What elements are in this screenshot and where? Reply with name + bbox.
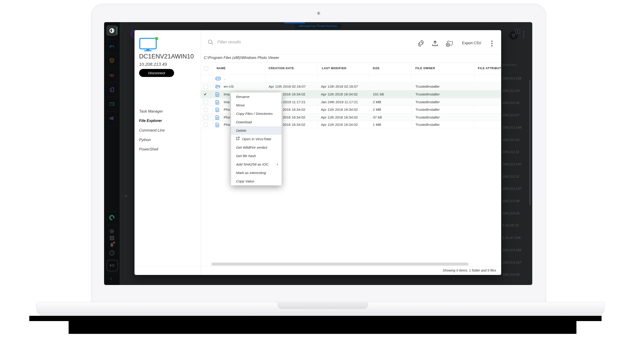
background-row-checkbox: [124, 167, 129, 171]
refresh-icon[interactable]: [417, 40, 424, 47]
sidebar-item-python[interactable]: Python: [139, 138, 151, 143]
row-checkbox[interactable]: [204, 85, 208, 89]
help-icon[interactable]: ?: [109, 250, 115, 256]
divider: [201, 30, 201, 275]
terminal-monitor-icon[interactable]: [109, 101, 115, 107]
managed-by-badge: Managed by Threat Hunting: [295, 23, 341, 29]
host-ip-address: 10.208.213.49: [139, 62, 167, 67]
file-owner: TrustedInstaller: [416, 98, 440, 106]
session-ring-icon[interactable]: [109, 215, 114, 220]
horizontal-scrollbar[interactable]: [211, 263, 468, 266]
row-checkbox[interactable]: [204, 100, 208, 104]
background-ip-value: 208.212.11: [502, 150, 519, 154]
context-menu-item-add-sha256-as-ioc[interactable]: Add SHA256 as IOC›: [231, 160, 282, 169]
external-link-icon: [236, 135, 240, 143]
context-menu-item-move[interactable]: Move: [231, 101, 282, 109]
file-size: 2 MB: [373, 98, 381, 106]
export-csv-button[interactable]: Export CSV: [462, 41, 481, 45]
chevron-right-icon: ›: [277, 160, 278, 169]
row-checkmark-icon[interactable]: ✔: [204, 91, 207, 98]
select-all-checkbox[interactable]: [204, 66, 208, 70]
new-folder-icon[interactable]: [445, 40, 453, 47]
notification-dot: [113, 242, 115, 244]
column-header-file-attributes[interactable]: FILE ATTRIBUTES: [478, 67, 501, 70]
file-size: 2 MB: [373, 106, 381, 114]
disconnect-button[interactable]: Disconnect: [139, 69, 174, 77]
background-row-checkbox: [124, 128, 129, 132]
column-header-last-modified[interactable]: LAST MODIFIED: [322, 67, 346, 70]
context-menu-item-copy-files-directories[interactable]: Copy Files / Directories: [231, 109, 282, 118]
notifications-bell-icon[interactable]: [109, 242, 115, 248]
file-owner: TrustedInstaller: [416, 83, 440, 91]
settings-gear-icon[interactable]: [109, 228, 115, 234]
background-row-checkbox: [124, 102, 129, 106]
background-ip-value: 208.213.53: [502, 273, 520, 276]
file-icon: [215, 92, 219, 98]
background-ip-value: 208.212.147: [502, 186, 521, 190]
background-scrollbar[interactable]: [529, 80, 531, 205]
table-row[interactable]: en-USApr 12th 2018 02:16:07Apr 12th 2018…: [201, 83, 501, 91]
context-menu-item-delete[interactable]: Delete: [231, 126, 282, 135]
chevron-right-icon[interactable]: ›: [110, 276, 112, 281]
context-menu: RenameMoveCopy Files / DirectoriesDownlo…: [231, 92, 282, 185]
background-ip-value: 2.26.55.13: [502, 223, 519, 227]
divider: [106, 225, 117, 225]
eye-icon[interactable]: [109, 73, 115, 78]
laptop-shadow: [69, 321, 576, 334]
divider: [201, 54, 501, 54]
background-ip-value: 208.212.10: [502, 138, 520, 142]
svg-text:?: ?: [111, 251, 112, 255]
filter-input[interactable]: Filter results: [217, 39, 241, 45]
divider: [106, 126, 117, 126]
context-menu-item-get-file-hash[interactable]: Get file hash: [231, 152, 282, 160]
context-menu-item-open-in-virustotal[interactable]: Open in VirusTotal: [231, 135, 282, 143]
apps-grid-icon[interactable]: [109, 235, 115, 241]
context-menu-item-mark-as-interesting[interactable]: Mark as interesting: [231, 169, 282, 177]
context-menu-item-rename[interactable]: Rename: [231, 92, 282, 101]
column-header-size[interactable]: SIZE: [373, 67, 380, 70]
sidebar-item-command-line[interactable]: Command Line: [139, 128, 165, 134]
creation-date: Apr 12th 2018 02:16:07: [268, 83, 306, 91]
column-header-file-owner[interactable]: FILE OWNER: [416, 67, 435, 70]
file-name: Ima: [224, 91, 230, 98]
kebab-menu-icon[interactable]: [491, 41, 493, 47]
background-ip-value: 208.212.147: [502, 162, 521, 166]
row-checkbox[interactable]: [204, 123, 208, 127]
sidebar-item-file-explorer[interactable]: File Explorer: [139, 118, 162, 124]
report-icon[interactable]: [109, 87, 115, 92]
column-header-name[interactable]: NAME: [217, 67, 226, 70]
divider: [106, 53, 117, 53]
network-icon[interactable]: [109, 115, 115, 121]
table-row[interactable]: ..: [201, 75, 501, 83]
column-header-creation-date[interactable]: CREATION DATE: [268, 67, 294, 70]
file-owner: TrustedInstaller: [416, 91, 440, 98]
row-checkbox[interactable]: [204, 108, 208, 112]
background-ip-value: 208.212.24: [502, 89, 520, 92]
shield-icon[interactable]: [109, 58, 115, 63]
page: ? KC › Managed by Threat Hunting ✔ DDRES…: [0, 0, 624, 364]
context-menu-item-copy-value[interactable]: Copy Value: [231, 177, 282, 185]
dashboard-gauge-icon[interactable]: [109, 43, 115, 49]
background-ip-value: 208.213.158: [502, 76, 521, 80]
row-checkbox[interactable]: [204, 115, 208, 119]
filter-count-badge: 1: [515, 29, 520, 34]
last-modified: Apr 11th 2018 16:34:02: [321, 106, 358, 114]
upload-icon[interactable]: [431, 40, 439, 47]
laptop-base-notch: [278, 302, 368, 309]
sidebar-item-task-manager[interactable]: Task Manager: [139, 109, 163, 115]
search-icon: [208, 39, 214, 46]
kebab-menu-icon[interactable]: [523, 31, 524, 39]
context-menu-item-download[interactable]: Download: [231, 118, 282, 126]
sidebar-item-powershell[interactable]: PowerShell: [139, 147, 158, 153]
file-name: Pho: [224, 106, 230, 114]
cortex-logo-icon[interactable]: [106, 25, 117, 36]
background-row-checkbox: [124, 115, 129, 119]
file-size: 37 kB: [373, 114, 382, 121]
avatar[interactable]: KC: [106, 260, 118, 271]
background-ip-value: 208.212.11: [502, 175, 519, 178]
file-icon: [215, 115, 219, 121]
background-row-checkbox: [124, 154, 129, 158]
folder-icon: [215, 85, 220, 89]
laptop-shadow: [29, 316, 601, 321]
context-menu-item-get-wildfire-verdict[interactable]: Get WildFire verdict: [231, 143, 282, 152]
